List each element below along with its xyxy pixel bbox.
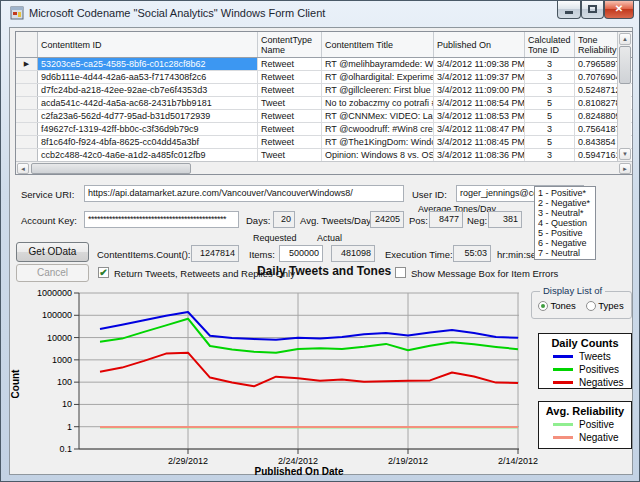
cell-reliability[interactable]: 0.5947161 bbox=[575, 149, 618, 161]
scroll-down-button[interactable]: ▼ bbox=[619, 148, 631, 160]
cell-title[interactable]: RT @melihbayramdede: Windows 8'in mavi e… bbox=[322, 58, 434, 70]
tone-list-item[interactable]: 3 - Neutral* bbox=[538, 208, 595, 218]
cell-id[interactable]: 8f1c64f0-f924-4bfa-8625-cc04dd45a3bf bbox=[38, 136, 258, 148]
service-uri-input[interactable]: https://api.datamarket.azure.com/Vancouv… bbox=[84, 185, 404, 202]
cell-tone-id[interactable]: 3 bbox=[525, 71, 575, 83]
row-selector[interactable] bbox=[16, 149, 38, 161]
cell-tone-id[interactable]: 5 bbox=[525, 136, 575, 148]
cell-type[interactable]: Retweet bbox=[258, 84, 322, 96]
column-header-contentitem-id[interactable]: ContentItem ID bbox=[38, 32, 258, 57]
cell-tone-id[interactable]: 5 bbox=[525, 97, 575, 109]
tone-list-item[interactable]: 5 - Positive bbox=[538, 228, 595, 238]
cell-reliability[interactable]: 0.7564187 bbox=[575, 123, 618, 135]
row-selector[interactable] bbox=[16, 110, 38, 122]
cell-reliability[interactable]: 0.7965897 bbox=[575, 58, 618, 70]
column-header-tone-reliability[interactable]: Tone Reliability bbox=[575, 32, 618, 57]
tone-list-item[interactable]: 4 - Question bbox=[538, 218, 595, 228]
row-selector[interactable] bbox=[16, 123, 38, 135]
cell-title[interactable]: RT @The1KingDom: Windows 8 is interestin… bbox=[322, 136, 434, 148]
column-header-contenttype-name[interactable]: ContentType Name bbox=[258, 32, 322, 57]
cell-type[interactable]: Retweet bbox=[258, 71, 322, 83]
radio-tones[interactable]: Tones bbox=[538, 300, 576, 311]
grid-vertical-scrollbar[interactable]: ▲ ▼ bbox=[617, 32, 631, 161]
cell-reliability[interactable]: 0.843854 bbox=[575, 136, 618, 148]
row-selector[interactable] bbox=[16, 84, 38, 96]
cell-published[interactable]: 3/4/2012 11:08:54 PM bbox=[434, 97, 525, 109]
cell-published[interactable]: 3/4/2012 11:09:00 PM bbox=[434, 84, 525, 96]
cell-tone-id[interactable]: 3 bbox=[525, 149, 575, 161]
scroll-up-button[interactable]: ▲ bbox=[619, 33, 631, 45]
items-requested-field[interactable]: 500000 bbox=[279, 245, 323, 262]
cell-tone-id[interactable]: 5 bbox=[525, 110, 575, 122]
cell-type[interactable]: Retweet bbox=[258, 110, 322, 122]
row-selector[interactable] bbox=[16, 97, 38, 109]
cell-id[interactable]: 9d6b111e-4d44-42a6-aa53-f7174308f2c6 bbox=[38, 71, 258, 83]
close-button[interactable]: ✕ bbox=[604, 1, 634, 19]
cell-id[interactable]: c2fa23a6-562d-4d77-95ad-b31d50172939 bbox=[38, 110, 258, 122]
table-row[interactable]: d7fc24bd-a218-42ee-92ae-cb7e6f4353d3Retw… bbox=[16, 84, 632, 97]
neg-field[interactable]: 381 bbox=[488, 211, 522, 228]
column-header-calculated-tone-id[interactable]: Calculated Tone ID bbox=[525, 32, 575, 57]
cell-type[interactable]: Retweet bbox=[258, 136, 322, 148]
tone-list-item[interactable]: 6 - Negative bbox=[538, 238, 595, 248]
cell-tone-id[interactable]: 3 bbox=[525, 84, 575, 96]
cell-id[interactable]: 53203ce5-ca25-4585-8bf6-c01c28cf8b62 bbox=[38, 58, 258, 70]
get-odata-button[interactable]: Get OData bbox=[16, 242, 89, 262]
cancel-button[interactable]: Cancel bbox=[16, 264, 89, 282]
cell-id[interactable]: ccb2c488-42c0-4a6e-a1d2-a485fc012fb9 bbox=[38, 149, 258, 161]
cell-tone-id[interactable]: 3 bbox=[525, 123, 575, 135]
cell-published[interactable]: 3/4/2012 11:08:45 PM bbox=[434, 136, 525, 148]
tone-list-item[interactable]: 7 - Neutral bbox=[538, 248, 595, 258]
cell-tone-id[interactable]: 3 bbox=[525, 58, 575, 70]
cell-type[interactable]: Retweet bbox=[258, 58, 322, 70]
items-actual-field[interactable]: 481098 bbox=[331, 245, 375, 262]
scroll-left-button[interactable]: ◄ bbox=[17, 163, 29, 174]
table-row[interactable]: c2fa23a6-562d-4d77-95ad-b31d50172939Retw… bbox=[16, 110, 632, 123]
return-tweets-checkbox[interactable]: ✔ bbox=[98, 267, 109, 278]
cell-reliability[interactable]: 0.8108278 bbox=[575, 97, 618, 109]
tone-listbox[interactable]: 1 - Positive*2 - Negative*3 - Neutral*4 … bbox=[534, 186, 596, 260]
account-key-input[interactable]: ****************************************… bbox=[84, 211, 239, 228]
table-row[interactable]: 9d6b111e-4d44-42a6-aa53-f7174308f2c6Retw… bbox=[16, 71, 632, 84]
tone-list-item[interactable]: 1 - Positive* bbox=[538, 188, 595, 198]
cell-id[interactable]: d7fc24bd-a218-42ee-92ae-cb7e6f4353d3 bbox=[38, 84, 258, 96]
avg-tweets-field[interactable]: 24205 bbox=[370, 211, 404, 228]
table-row[interactable]: acda541c-442d-4a5a-ac68-2431b7bb9181Twee… bbox=[16, 97, 632, 110]
cell-title[interactable]: Opinion: Windows 8 vs. OS X Mountain Lio… bbox=[322, 149, 434, 161]
grid-corner-cell[interactable] bbox=[16, 32, 38, 57]
row-selector[interactable] bbox=[16, 71, 38, 83]
table-row[interactable]: ▶53203ce5-ca25-4585-8bf6-c01c28cf8b62Ret… bbox=[16, 58, 632, 71]
column-header-contentitem-title[interactable]: ContentItem Title bbox=[322, 32, 434, 57]
table-row[interactable]: f49627cf-1319-42ff-bb0c-c3f36d9b79c9Retw… bbox=[16, 123, 632, 136]
row-selector[interactable]: ▶ bbox=[16, 58, 38, 70]
content-items-grid[interactable]: ContentItem IDContentType NameContentIte… bbox=[15, 31, 633, 175]
days-field[interactable]: 20 bbox=[273, 211, 295, 228]
tone-list-item[interactable]: 2 - Negative* bbox=[538, 198, 595, 208]
cell-published[interactable]: 3/4/2012 11:08:36 PM bbox=[434, 149, 525, 161]
cell-reliability[interactable]: 0.8248809 bbox=[575, 110, 618, 122]
cell-title[interactable]: No to zobaczmy co potrafi #windows8 :-) bbox=[322, 97, 434, 109]
vertical-scroll-thumb[interactable] bbox=[619, 46, 631, 84]
radio-types[interactable]: Types bbox=[586, 300, 624, 311]
cell-published[interactable]: 3/4/2012 11:09:38 PM bbox=[434, 58, 525, 70]
maximize-button[interactable] bbox=[581, 1, 604, 19]
cell-published[interactable]: 3/4/2012 11:09:37 PM bbox=[434, 71, 525, 83]
cell-id[interactable]: f49627cf-1319-42ff-bb0c-c3f36d9b79c9 bbox=[38, 123, 258, 135]
cell-published[interactable]: 3/4/2012 11:08:53 PM bbox=[434, 110, 525, 122]
cell-title[interactable]: RT @gillcleeren: First blue screen on my… bbox=[322, 84, 434, 96]
column-header-published-on[interactable]: Published On bbox=[434, 32, 525, 57]
cell-type[interactable]: Tweet bbox=[258, 149, 322, 161]
minimize-button[interactable] bbox=[557, 1, 581, 19]
cell-type[interactable]: Retweet bbox=[258, 123, 322, 135]
execution-time-field[interactable]: 55:03 bbox=[453, 245, 491, 262]
contentitems-count-field[interactable]: 1247814 bbox=[191, 245, 239, 262]
cell-reliability[interactable]: 0.5248712 bbox=[575, 84, 618, 96]
row-selector[interactable] bbox=[16, 136, 38, 148]
cell-published[interactable]: 3/4/2012 11:08:47 PM bbox=[434, 123, 525, 135]
table-row[interactable]: 8f1c64f0-f924-4bfa-8625-cc04dd45a3bfRetw… bbox=[16, 136, 632, 149]
cell-id[interactable]: acda541c-442d-4a5a-ac68-2431b7bb9181 bbox=[38, 97, 258, 109]
cell-reliability[interactable]: 0.7076904 bbox=[575, 71, 618, 83]
cell-title[interactable]: RT @olhardigital: Experimentamos o Windo… bbox=[322, 71, 434, 83]
title-bar[interactable]: Microsoft Codename "Social Analytics" Wi… bbox=[1, 1, 640, 27]
cell-type[interactable]: Tweet bbox=[258, 97, 322, 109]
